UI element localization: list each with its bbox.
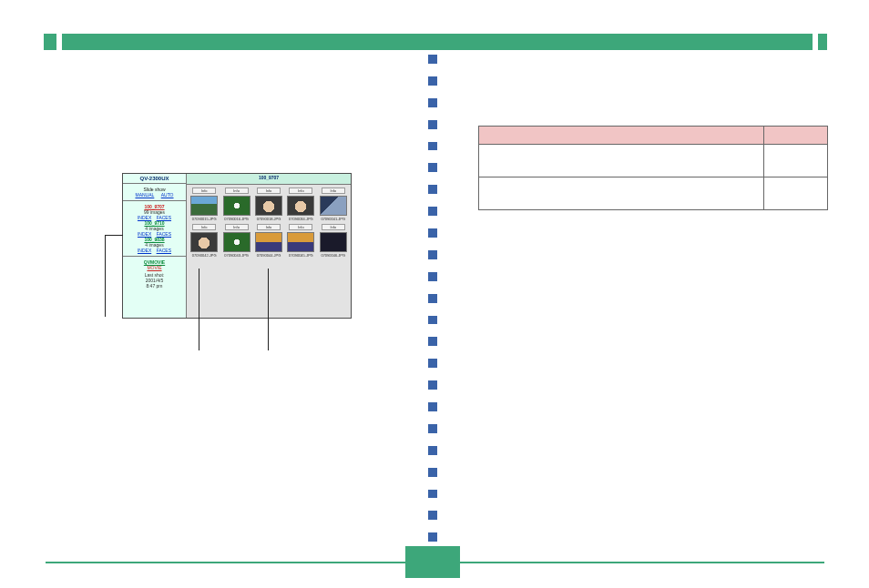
divider-dot <box>428 272 437 281</box>
divider-dot <box>428 250 437 259</box>
thumbnail-row: 07090015.JPG 07090016.JPG 07090018.JPG 0… <box>189 196 348 221</box>
thumb-filename: 07090015.JPG <box>190 217 218 221</box>
album-index-link[interactable]: INDEX <box>138 248 151 253</box>
divider-dot <box>428 98 437 107</box>
table-header-2 <box>764 127 828 145</box>
album-faces-link[interactable]: FACES <box>157 248 171 253</box>
movie-section: QVMOVIE MOVIE Last shot: 2001/4/5 8:47 p… <box>123 257 186 318</box>
thumb-info-button[interactable]: Info <box>225 188 249 194</box>
column-divider <box>428 55 437 542</box>
divider-dot <box>428 142 437 151</box>
header-accent-left <box>44 34 56 50</box>
thumb-info-button[interactable]: Info <box>289 224 312 230</box>
thumb-filename: 07090041.JPG <box>320 217 347 221</box>
last-shot-time: 8:47 pm <box>126 283 183 289</box>
thumbnail-cell[interactable]: 07090041.JPG <box>320 196 347 221</box>
photo-thumbnail[interactable] <box>190 232 218 252</box>
slideshow-links: Slide show MANUAL AUTO <box>123 184 186 201</box>
divider-dot <box>428 402 437 411</box>
divider-dot <box>428 316 437 325</box>
camera-model-title: QV-2300UX <box>123 174 186 184</box>
divider-dot <box>428 446 437 455</box>
divider-dot <box>428 120 437 129</box>
thumb-filename: 07090034.JPG <box>287 217 314 221</box>
photo-thumbnail[interactable] <box>255 196 282 216</box>
thumb-info-button[interactable]: Info <box>192 224 216 230</box>
thumb-filename: 07090016.JPG <box>223 217 250 221</box>
thumbnail-grid: Info Info Info Info Info 07090015.JPG 07… <box>187 185 351 318</box>
header-accent-right <box>818 34 827 50</box>
thumbnail-cell[interactable]: 07090018.JPG <box>255 196 282 221</box>
table-row <box>479 177 828 210</box>
photo-thumbnail[interactable] <box>190 196 218 216</box>
thumb-info-button[interactable]: Info <box>257 188 281 194</box>
thumbnail-cell[interactable]: 07090043.JPG <box>223 232 250 258</box>
top-header-bar <box>44 34 827 50</box>
slideshow-auto-link[interactable]: AUTO <box>161 192 174 198</box>
callout-line <box>105 235 106 317</box>
thumbnail-cell[interactable]: 07090044.JPG <box>255 232 282 258</box>
table-header-1 <box>479 127 764 145</box>
thumb-info-button[interactable]: Info <box>289 188 312 194</box>
info-table <box>478 126 828 210</box>
thumb-info-button[interactable]: Info <box>192 188 216 194</box>
table-cell <box>764 177 828 210</box>
photo-thumbnail[interactable] <box>320 196 347 216</box>
table-row <box>479 145 828 177</box>
divider-dot <box>428 228 437 238</box>
divider-dot <box>428 532 437 542</box>
divider-dot <box>428 468 437 477</box>
thumbnail-panel: 100_9707 Info Info Info Info Info 070900… <box>187 174 351 318</box>
thumb-info-button[interactable]: Info <box>225 224 249 230</box>
callout-line <box>105 235 123 236</box>
photo-thumbnail[interactable] <box>287 196 314 216</box>
divider-dot <box>428 359 437 368</box>
thumbnail-cell[interactable]: 07090015.JPG <box>190 196 218 221</box>
album-action-links: INDEX FACES <box>126 248 183 253</box>
thumbnail-row: 07090042.JPG 07090043.JPG 07090044.JPG 0… <box>189 232 348 258</box>
divider-dot <box>428 163 437 172</box>
divider-dot <box>428 380 437 390</box>
thumbnail-cell[interactable]: 07090042.JPG <box>190 232 218 258</box>
thumb-filename: 07090045.JPG <box>287 253 314 258</box>
slideshow-label: Slide show <box>125 187 184 192</box>
thumb-filename: 07090046.JPG <box>320 253 347 258</box>
divider-dot <box>428 76 437 86</box>
divider-dot <box>428 294 437 303</box>
table-cell <box>479 145 764 177</box>
divider-dot <box>428 185 437 194</box>
divider-dot <box>428 207 437 216</box>
header-main <box>62 34 813 50</box>
thumbnail-cell[interactable]: 07090016.JPG <box>223 196 250 221</box>
thumb-filename: 07090018.JPG <box>255 217 282 221</box>
divider-dot <box>428 55 437 64</box>
table-cell <box>764 145 828 177</box>
thumb-info-button[interactable]: Info <box>322 188 345 194</box>
thumbnail-cell[interactable]: 07090034.JPG <box>287 196 314 221</box>
album-list: 100_9707 99 images INDEX FACES 100_9710 … <box>123 201 186 257</box>
divider-dot <box>428 490 437 499</box>
last-shot-info: Last shot: 2001/4/5 8:47 pm <box>126 272 183 289</box>
photo-thumbnail[interactable] <box>255 232 282 252</box>
page-number-badge <box>405 546 460 578</box>
thumb-button-row: Info Info Info Info Info <box>189 188 348 194</box>
slideshow-manual-link[interactable]: MANUAL <box>135 192 154 198</box>
movie-link[interactable]: MOVIE <box>126 265 183 270</box>
table-cell <box>479 177 764 210</box>
thumb-button-row: Info Info Info Info Info <box>189 224 348 230</box>
thumb-info-button[interactable]: Info <box>322 224 345 230</box>
divider-dot <box>428 424 437 433</box>
thumb-filename: 07090042.JPG <box>190 253 218 258</box>
thumb-filename: 07090043.JPG <box>223 253 250 258</box>
album-sidebar: QV-2300UX Slide show MANUAL AUTO 100_970… <box>123 174 187 318</box>
thumb-info-button[interactable]: Info <box>257 224 281 230</box>
photo-thumbnail[interactable] <box>287 232 314 252</box>
album-browser-screenshot: QV-2300UX Slide show MANUAL AUTO 100_970… <box>122 173 352 319</box>
thumbnail-cell[interactable]: 07090046.JPG <box>320 232 347 258</box>
divider-dot <box>428 337 437 346</box>
callout-line <box>199 269 199 350</box>
thumbnail-cell[interactable]: 07090045.JPG <box>287 232 314 258</box>
photo-thumbnail[interactable] <box>223 196 250 216</box>
photo-thumbnail[interactable] <box>223 232 250 252</box>
photo-thumbnail[interactable] <box>320 232 347 252</box>
